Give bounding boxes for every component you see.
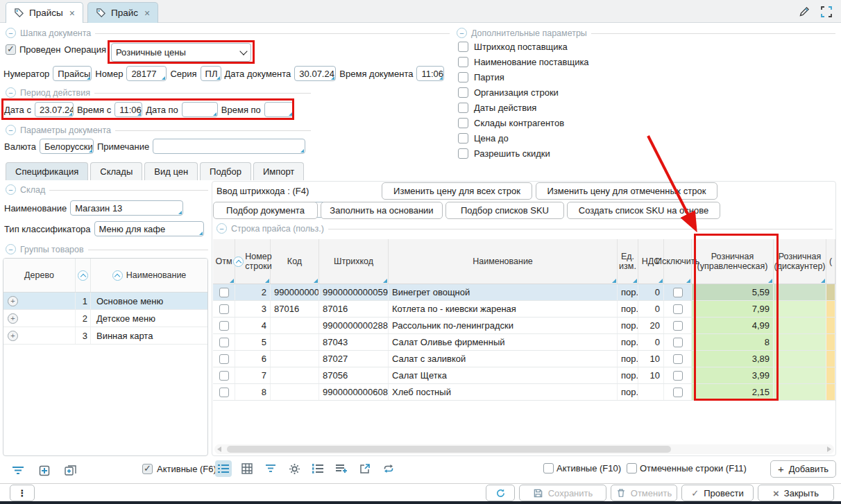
row-exclude-checkbox[interactable] (673, 304, 683, 314)
scroll-right-arrow-icon[interactable] (827, 446, 831, 452)
change-price-marked-button[interactable]: Изменить цену для отмеченных строк (536, 182, 717, 200)
add-button[interactable]: + Добавить (770, 460, 836, 478)
window-tab[interactable]: Прайсы × (6, 2, 83, 23)
col-header-partial[interactable]: ( (826, 239, 835, 284)
price-table-row[interactable]: 2 99000000000 9900000000059 Винегрет ово… (213, 284, 835, 301)
collapse-icon[interactable]: − (457, 28, 467, 38)
row-mark-checkbox[interactable] (219, 288, 229, 297)
close-button[interactable]: × Закрыть (758, 485, 834, 501)
tree-sort-col[interactable] (76, 259, 91, 292)
row-exclude-checkbox[interactable] (673, 288, 683, 297)
active-f6-checkbox[interactable] (142, 464, 153, 474)
collapse-icon[interactable]: − (216, 223, 227, 234)
collapse-icon[interactable]: − (6, 184, 16, 195)
active-f10-checkbox[interactable] (543, 463, 554, 473)
date-from-field[interactable]: 23.07.24 (35, 102, 74, 117)
time-to-field[interactable] (264, 102, 294, 117)
row-mark-checkbox[interactable] (219, 321, 229, 331)
pick-document-button[interactable]: Подбор документа (213, 202, 318, 219)
currency-field[interactable]: Белорусский (40, 139, 94, 154)
tree-expand-icon[interactable]: + (8, 331, 18, 341)
date-to-field[interactable] (182, 102, 218, 117)
col-header-code[interactable]: Код (271, 239, 319, 284)
col-header-retail-mgmt[interactable]: Розничная (управленческая) (692, 239, 774, 284)
scroll-left-arrow-icon[interactable] (217, 446, 221, 452)
param-checkbox[interactable] (458, 148, 468, 159)
doc-tab[interactable]: Спецификация (6, 162, 88, 180)
param-checkbox[interactable] (458, 42, 468, 52)
edit-pencil-icon[interactable] (798, 6, 810, 18)
tab-close-icon[interactable]: × (69, 8, 75, 19)
settings-gear-icon[interactable] (286, 460, 303, 477)
row-mark-checkbox[interactable] (219, 354, 229, 364)
refresh-button[interactable] (486, 485, 515, 501)
row-mark-checkbox[interactable] (219, 304, 229, 314)
row-exclude-checkbox[interactable] (673, 321, 683, 331)
window-tab[interactable]: Прайс × (87, 2, 158, 23)
post-button[interactable]: ✓ Провести (681, 485, 754, 501)
save-button[interactable]: Сохранить (519, 485, 606, 501)
tree-row[interactable]: + 3 Винная карта (3, 327, 207, 345)
col-header-row-num[interactable]: Номер строки (235, 239, 271, 284)
reload-icon[interactable] (380, 460, 397, 477)
sort-asc-icon[interactable] (233, 257, 244, 267)
grid-view-icon[interactable] (239, 460, 255, 477)
col-header-retail-disc[interactable]: Розничная (дискаунтер) (774, 239, 826, 284)
add-row-icon[interactable] (36, 462, 53, 479)
col-header-name[interactable]: Наименование (389, 239, 618, 284)
add-copies-icon[interactable] (62, 462, 79, 479)
row-exclude-checkbox[interactable] (673, 338, 683, 347)
sort-asc-icon[interactable] (112, 270, 123, 281)
col-header-mark[interactable]: Отм (213, 239, 235, 284)
scrollbar-thumb[interactable] (227, 446, 671, 453)
col-header-unit[interactable]: Ед. изм. (618, 239, 638, 284)
tree-row[interactable]: + 2 Детское меню (3, 310, 207, 327)
series-field[interactable]: ПЛ (201, 66, 221, 81)
fill-based-button[interactable]: Заполнить на основании (321, 202, 443, 219)
param-checkbox[interactable] (458, 87, 468, 98)
col-header-exclude[interactable]: Исключить (664, 239, 692, 284)
posted-checkbox[interactable] (6, 44, 16, 55)
horizontal-scrollbar[interactable] (214, 444, 834, 454)
operation-select[interactable]: Розничные цены (111, 43, 251, 62)
cancel-button[interactable]: Отменить (611, 485, 677, 501)
param-checkbox[interactable] (458, 103, 468, 113)
collapse-icon[interactable]: − (6, 87, 16, 98)
param-checkbox[interactable] (458, 57, 468, 67)
collapse-icon[interactable]: − (6, 28, 16, 38)
tree-name-header[interactable]: Наименование (91, 259, 207, 292)
change-price-all-button[interactable]: Изменить цену для всех строк (382, 182, 532, 200)
doc-tab[interactable]: Вид цен (144, 162, 198, 180)
row-exclude-checkbox[interactable] (673, 354, 683, 364)
row-mark-checkbox[interactable] (219, 371, 229, 381)
list-view-icon[interactable] (215, 460, 232, 477)
collapse-icon[interactable]: − (6, 125, 16, 135)
tree-col-header[interactable]: Дерево (3, 259, 76, 292)
param-checkbox[interactable] (458, 72, 468, 82)
sort-asc-icon[interactable] (78, 270, 88, 281)
collapse-icon[interactable]: − (6, 244, 16, 254)
tree-expand-icon[interactable]: + (8, 296, 18, 306)
doc-tab[interactable]: Импорт (253, 162, 304, 180)
price-table-row[interactable]: 8 9900000000608 Хлеб постный пор. 2,15 (213, 384, 835, 401)
fullscreen-icon[interactable] (820, 6, 833, 18)
numbered-list-icon[interactable] (309, 460, 326, 477)
more-button[interactable]: ⋮ (10, 485, 35, 501)
export-icon[interactable] (357, 460, 373, 477)
price-table-row[interactable]: 3 87016 87016 Котлета по - киевски жарен… (213, 301, 835, 318)
row-exclude-checkbox[interactable] (673, 371, 683, 381)
doc-date-field[interactable]: 30.07.24 (294, 66, 336, 81)
param-checkbox[interactable] (458, 118, 468, 128)
doc-tab[interactable]: Склады (90, 162, 142, 180)
price-table-row[interactable]: 4 9900000000288 Рассольник по-ленинградс… (213, 318, 835, 334)
row-mark-checkbox[interactable] (219, 388, 229, 397)
price-table-row[interactable]: 7 87056 Салат Щетка пор. 10 3,99 (213, 367, 835, 384)
classifier-field[interactable]: Меню для кафе (94, 221, 204, 236)
note-field[interactable] (153, 139, 305, 154)
doc-time-field[interactable]: 11:06 (416, 66, 444, 81)
col-header-barcode[interactable]: Штрихкод (319, 239, 389, 284)
price-table-row[interactable]: 5 87043 Салат Оливье фирменный пор. 0 8 (213, 334, 835, 351)
marked-f11-checkbox[interactable] (627, 463, 637, 473)
create-sku-list-button[interactable]: Создать список SKU на основе (567, 202, 720, 219)
row-mark-checkbox[interactable] (219, 338, 229, 347)
